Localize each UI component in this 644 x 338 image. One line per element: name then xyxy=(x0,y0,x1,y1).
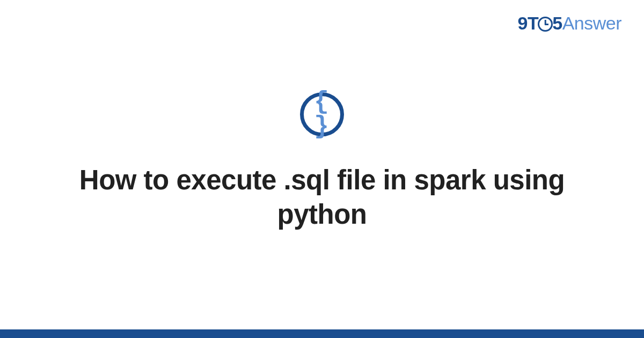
braces-glyph: { } xyxy=(304,90,340,139)
logo-t: T xyxy=(528,13,538,33)
logo-five: 5 xyxy=(552,13,562,33)
logo-answer: Answer xyxy=(562,13,621,33)
main-content: { } How to execute .sql file in spark us… xyxy=(0,93,644,232)
clock-icon xyxy=(538,17,553,32)
logo-nine: 9 xyxy=(518,13,528,33)
footer-accent-bar xyxy=(0,329,644,338)
page-title: How to execute .sql file in spark using … xyxy=(0,164,644,232)
code-braces-icon: { } xyxy=(300,93,344,137)
site-logo: 9T5Answer xyxy=(518,13,622,34)
